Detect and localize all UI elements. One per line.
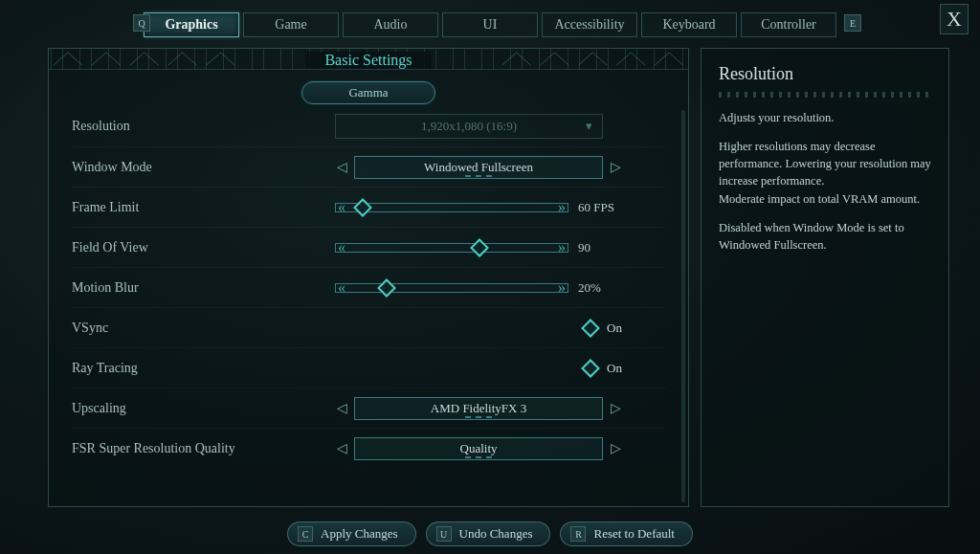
button-label: Apply Changes (321, 526, 398, 542)
keycap-icon: R (570, 526, 586, 542)
apply-changes-button[interactable]: C Apply Changes (287, 521, 416, 546)
footer-bar: C Apply Changes U Undo Changes R Reset t… (0, 521, 980, 546)
button-label: Undo Changes (459, 526, 533, 542)
setting-row-window-mode[interactable]: Window Mode ◁ Windowed Fullscreen ▷ (72, 146, 665, 187)
description-text: Adjusts your resolution. (719, 109, 931, 126)
settings-list: Resolution 1,920x1,080 (16:9) ▾ Window M… (49, 102, 688, 506)
setting-label: Upscaling (72, 401, 335, 416)
panel-ornament-top: Basic Settings (49, 49, 688, 70)
selector-next-icon[interactable]: ▷ (609, 158, 622, 177)
description-title: Resolution (719, 64, 931, 84)
upscaling-selector[interactable]: AMD FidelityFX 3 (354, 397, 603, 420)
slider-value: 90 (578, 240, 628, 255)
slider-value: 20% (578, 280, 628, 296)
setting-label: Field Of View (72, 240, 335, 255)
slider-left-icon[interactable]: « (333, 281, 350, 295)
slider-right-icon[interactable]: » (553, 241, 570, 255)
setting-row-fsr-quality[interactable]: FSR Super Resolution Quality ◁ Quality ▷ (72, 428, 665, 468)
slider-value: 60 FPS (578, 200, 628, 215)
panel-ornament-divider (719, 92, 931, 98)
prev-tab-keyhint: Q (133, 14, 150, 32)
tab-game[interactable]: Game (243, 12, 339, 37)
setting-row-vsync[interactable]: VSync On (72, 307, 665, 347)
tab-accessibility[interactable]: Accessibility (542, 12, 637, 37)
tab-controller[interactable]: Controller (741, 12, 836, 37)
top-tabbar: Q Graphics Game Audio UI Accessibility K… (0, 10, 980, 40)
button-label: Reset to Default (593, 526, 674, 542)
setting-label: Ray Tracing (72, 361, 335, 376)
setting-row-resolution[interactable]: Resolution 1,920x1,080 (16:9) ▾ (72, 106, 665, 146)
slider-left-icon[interactable]: « (333, 241, 350, 255)
setting-row-motion-blur[interactable]: Motion Blur « » 20% (72, 267, 665, 307)
selector-next-icon[interactable]: ▷ (609, 439, 622, 458)
resolution-dropdown: 1,920x1,080 (16:9) ▾ (335, 114, 603, 139)
reset-default-button[interactable]: R Reset to Default (560, 521, 692, 546)
setting-label: Frame Limit (72, 200, 335, 215)
setting-label: Motion Blur (72, 280, 335, 296)
next-tab-keyhint: E (844, 14, 861, 32)
selector-prev-icon[interactable]: ◁ (335, 439, 348, 458)
description-text: Disabled when Window Mode is set to Wind… (719, 219, 931, 254)
settings-panel: Basic Settings Gamma Resolution 1,920x1,… (48, 48, 689, 507)
ray-tracing-toggle[interactable] (581, 359, 600, 378)
keycap-icon: C (298, 526, 313, 542)
slider-right-icon[interactable]: » (553, 201, 570, 214)
fsr-quality-selector[interactable]: Quality (354, 437, 603, 460)
tab-graphics[interactable]: Graphics (144, 12, 239, 37)
frame-limit-slider[interactable]: « » (335, 200, 568, 215)
setting-label: VSync (72, 321, 335, 336)
chevron-down-icon: ▾ (586, 119, 592, 134)
slider-thumb[interactable] (470, 238, 489, 257)
gamma-button[interactable]: Gamma (301, 81, 435, 104)
tab-keyboard[interactable]: Keyboard (641, 12, 737, 37)
toggle-value: On (607, 361, 632, 376)
slider-thumb[interactable] (353, 198, 372, 217)
tab-ui[interactable]: UI (442, 12, 538, 37)
dropdown-value: 1,920x1,080 (16:9) (421, 119, 517, 134)
undo-changes-button[interactable]: U Undo Changes (426, 521, 551, 546)
setting-label: Window Mode (72, 160, 335, 175)
section-title: Basic Settings (305, 52, 431, 69)
selector-prev-icon[interactable]: ◁ (335, 399, 348, 418)
setting-label: Resolution (72, 119, 335, 134)
slider-right-icon[interactable]: » (553, 281, 570, 295)
slider-thumb[interactable] (377, 278, 396, 298)
setting-row-frame-limit[interactable]: Frame Limit « » 60 FPS (72, 187, 665, 227)
description-panel: Resolution Adjusts your resolution. High… (701, 48, 949, 507)
vsync-toggle[interactable] (581, 319, 600, 338)
setting-row-fov[interactable]: Field Of View « » 90 (72, 227, 665, 267)
setting-row-upscaling[interactable]: Upscaling ◁ AMD FidelityFX 3 ▷ (72, 388, 665, 428)
fov-slider[interactable]: « » (335, 240, 568, 255)
close-button[interactable]: X (940, 4, 969, 34)
setting-label: FSR Super Resolution Quality (72, 441, 335, 456)
description-text: Higher resolutions may decrease performa… (719, 138, 931, 208)
slider-left-icon[interactable]: « (333, 201, 350, 214)
selector-prev-icon[interactable]: ◁ (335, 158, 348, 177)
setting-row-ray-tracing[interactable]: Ray Tracing On (72, 347, 665, 388)
window-mode-selector[interactable]: Windowed Fullscreen (354, 156, 603, 179)
motion-blur-slider[interactable]: « » (335, 280, 568, 296)
keycap-icon: U (436, 526, 452, 542)
selector-next-icon[interactable]: ▷ (609, 399, 622, 418)
toggle-value: On (607, 321, 632, 336)
tab-audio[interactable]: Audio (343, 12, 438, 37)
